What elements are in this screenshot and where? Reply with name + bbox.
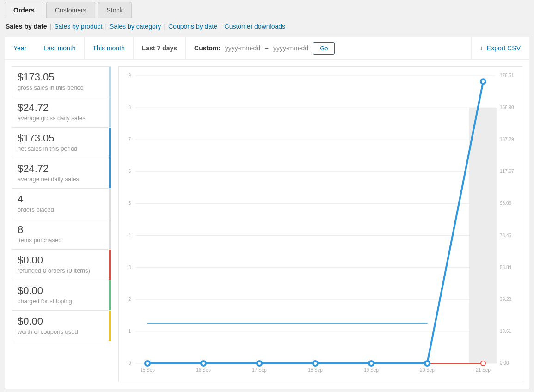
svg-point-54	[201, 361, 206, 366]
summary-legend: $173.05 gross sales in this period $24.7…	[12, 66, 111, 382]
svg-text:19 Sep: 19 Sep	[364, 368, 379, 373]
svg-text:0: 0	[128, 361, 131, 366]
range-this-month[interactable]: This month	[85, 37, 134, 59]
svg-text:17 Sep: 17 Sep	[252, 368, 267, 373]
main-tabs: Orders Customers Stock	[5, 0, 529, 18]
svg-point-56	[313, 361, 318, 366]
date-range-bar: Year Last month This month Last 7 days C…	[5, 37, 529, 60]
legend-stripe	[109, 280, 111, 310]
svg-text:6: 6	[128, 169, 131, 174]
svg-text:16 Sep: 16 Sep	[196, 368, 211, 373]
subnav-sales-by-product[interactable]: Sales by product	[54, 23, 102, 30]
custom-label: Custom:	[194, 44, 221, 52]
legend-desc: refunded 0 orders (0 items)	[18, 267, 105, 274]
legend-desc: items purchased	[18, 237, 105, 244]
legend-value: 4	[18, 193, 105, 205]
range-year[interactable]: Year	[5, 37, 35, 59]
svg-text:5: 5	[128, 201, 131, 206]
svg-point-57	[369, 361, 374, 366]
subnav-sales-by-category[interactable]: Sales by category	[110, 23, 161, 30]
svg-text:4: 4	[128, 233, 131, 238]
tab-stock[interactable]: Stock	[98, 2, 132, 18]
svg-text:8: 8	[128, 105, 131, 110]
svg-text:2: 2	[128, 297, 131, 302]
svg-text:39.22: 39.22	[500, 297, 511, 302]
legend-value: $0.00	[18, 315, 105, 327]
custom-date-from[interactable]: yyyy-mm-dd	[225, 44, 260, 52]
chart-container: 00.00119.61239.22358.84478.45598.066117.…	[118, 66, 522, 382]
legend-stripe	[109, 158, 111, 188]
legend-item[interactable]: 8 items purchased	[12, 219, 111, 250]
svg-text:3: 3	[128, 265, 131, 270]
legend-desc: average net daily sales	[18, 176, 105, 183]
svg-text:1: 1	[128, 329, 131, 334]
svg-text:21 Sep: 21 Sep	[476, 368, 491, 373]
export-label: Export CSV	[487, 44, 521, 52]
subnav-customer-downloads[interactable]: Customer downloads	[225, 23, 286, 30]
legend-item[interactable]: $173.05 gross sales in this period	[12, 66, 111, 97]
legend-stripe	[109, 67, 111, 97]
sales-chart: 00.00119.61239.22358.84478.45598.066117.…	[122, 69, 519, 379]
legend-value: $173.05	[18, 132, 105, 144]
range-custom: Custom: yyyy-mm-dd – yyyy-mm-dd Go	[186, 37, 343, 59]
svg-point-52	[481, 361, 485, 366]
legend-desc: net sales in this period	[18, 145, 105, 152]
svg-point-59	[481, 79, 485, 84]
go-button[interactable]: Go	[313, 42, 335, 55]
legend-item[interactable]: $173.05 net sales in this period	[12, 128, 111, 158]
legend-desc: charged for shipping	[18, 298, 105, 305]
legend-value: $0.00	[18, 254, 105, 266]
svg-text:19.61: 19.61	[500, 329, 511, 334]
svg-text:78.45: 78.45	[500, 233, 511, 238]
svg-text:9: 9	[128, 73, 131, 78]
svg-text:58.84: 58.84	[500, 265, 511, 270]
svg-rect-45	[469, 108, 497, 363]
range-last-7-days[interactable]: Last 7 days	[134, 37, 186, 59]
legend-desc: gross sales in this period	[18, 84, 105, 91]
svg-text:117.67: 117.67	[500, 169, 514, 174]
legend-value: $173.05	[18, 71, 105, 83]
legend-stripe	[109, 189, 111, 219]
range-last-month[interactable]: Last month	[35, 37, 84, 59]
subnav-current-label: Sales by date	[6, 23, 47, 30]
legend-value: $24.72	[18, 163, 105, 175]
legend-value: $0.00	[18, 285, 105, 297]
custom-date-to[interactable]: yyyy-mm-dd	[273, 44, 308, 52]
svg-point-58	[425, 361, 430, 366]
legend-desc: orders placed	[18, 206, 105, 213]
legend-item[interactable]: $0.00 charged for shipping	[12, 280, 111, 311]
legend-stripe	[109, 128, 111, 158]
legend-desc: worth of coupons used	[18, 328, 105, 335]
legend-stripe	[109, 219, 111, 249]
svg-text:15 Sep: 15 Sep	[140, 368, 155, 373]
subnav-coupons-by-date[interactable]: Coupons by date	[168, 23, 217, 30]
report-subnav: Sales by date | Sales by product | Sales…	[5, 18, 529, 37]
legend-item[interactable]: $24.72 average gross daily sales	[12, 97, 111, 128]
svg-point-55	[257, 361, 262, 366]
tab-orders[interactable]: Orders	[5, 2, 43, 18]
svg-text:20 Sep: 20 Sep	[420, 368, 435, 373]
export-csv-button[interactable]: ↓ Export CSV	[471, 37, 529, 59]
legend-item[interactable]: $24.72 average net daily sales	[12, 158, 111, 189]
legend-item[interactable]: 4 orders placed	[12, 189, 111, 219]
svg-text:156.90: 156.90	[500, 105, 514, 110]
svg-text:0.00: 0.00	[500, 361, 509, 366]
legend-value: $24.72	[18, 102, 105, 114]
download-icon: ↓	[480, 44, 483, 52]
legend-item[interactable]: $0.00 worth of coupons used	[12, 311, 111, 341]
svg-text:7: 7	[128, 137, 131, 142]
legend-stripe	[109, 311, 111, 341]
svg-text:18 Sep: 18 Sep	[308, 368, 323, 373]
legend-value: 8	[18, 224, 105, 236]
legend-stripe	[109, 97, 111, 127]
svg-text:176.51: 176.51	[500, 73, 514, 78]
legend-desc: average gross daily sales	[18, 115, 105, 122]
report-panel: Year Last month This month Last 7 days C…	[5, 37, 529, 389]
svg-text:137.29: 137.29	[500, 137, 514, 142]
svg-text:98.06: 98.06	[500, 201, 511, 206]
svg-point-53	[145, 361, 150, 366]
legend-item[interactable]: $0.00 refunded 0 orders (0 items)	[12, 250, 111, 280]
tab-customers[interactable]: Customers	[46, 2, 95, 18]
legend-stripe	[109, 250, 111, 280]
